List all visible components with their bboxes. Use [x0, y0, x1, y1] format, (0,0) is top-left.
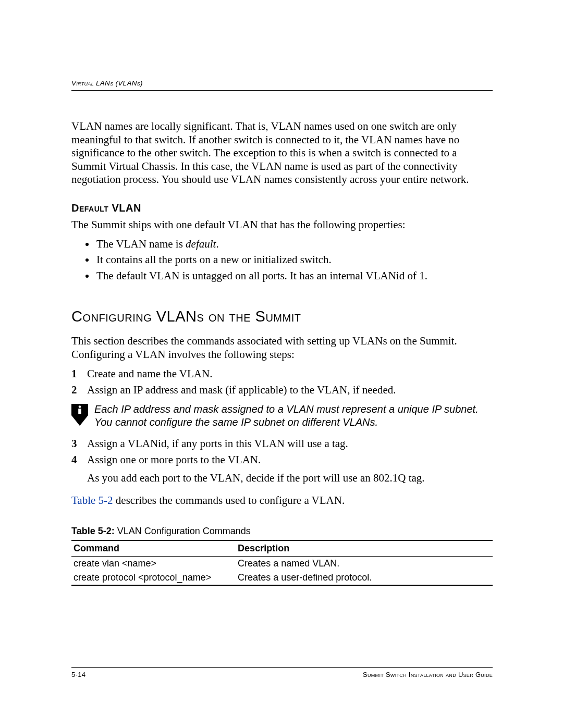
- vlan-commands-table: Command Description create vlan <name> C…: [71, 540, 493, 586]
- step-item: Create and name the VLAN.: [71, 367, 493, 380]
- step-item: Assign a VLANid, if any ports in this VL…: [71, 437, 493, 450]
- info-note: Each IP address and mask assigned to a V…: [71, 403, 493, 429]
- book-title: Summit Switch Installation and User Guid…: [363, 671, 493, 678]
- bullet-emphasis: default: [186, 238, 216, 250]
- table-caption-label: Table 5-2:: [71, 526, 115, 536]
- config-steps-continued: Assign a VLANid, if any ports in this VL…: [71, 437, 493, 466]
- svg-rect-2: [78, 409, 81, 414]
- info-icon: [71, 404, 88, 426]
- table-cell-description: Creates a named VLAN.: [236, 557, 493, 571]
- table-reference-paragraph: Table 5-2 describes the commands used to…: [71, 494, 493, 507]
- bullet-item: The default VLAN is untagged on all port…: [95, 268, 493, 283]
- table-reference-text: describes the commands used to configure…: [113, 494, 345, 507]
- table-caption: Table 5-2: VLAN Configuration Commands: [71, 526, 493, 537]
- table-header-description: Description: [236, 540, 493, 557]
- table-cell-command: create protocol <protocol_name>: [71, 571, 236, 585]
- table-cell-command: create vlan <name>: [71, 557, 236, 571]
- table-header-row: Command Description: [71, 540, 493, 557]
- page-number: 5-14: [71, 671, 85, 678]
- step-sub-text: As you add each port to the VLAN, decide…: [87, 472, 493, 485]
- svg-marker-3: [71, 415, 88, 426]
- page: Virtual LANs (VLANs) VLAN names are loca…: [0, 0, 563, 728]
- bullet-item: It contains all the ports on a new or in…: [95, 252, 493, 267]
- heading-default-vlan: Default VLAN: [71, 202, 493, 214]
- bullet-text: .: [216, 238, 218, 250]
- page-footer: 5-14 Summit Switch Installation and User…: [71, 667, 493, 678]
- table-header-command: Command: [71, 540, 236, 557]
- default-vlan-intro: The Summit ships with one default VLAN t…: [71, 218, 493, 231]
- step-item: Assign one or more ports to the VLAN.: [71, 453, 493, 466]
- running-header: Virtual LANs (VLANs): [71, 79, 493, 91]
- intro-paragraph: VLAN names are locally significant. That…: [71, 120, 493, 187]
- table-reference-link[interactable]: Table 5-2: [71, 494, 113, 507]
- table-caption-text: VLAN Configuration Commands: [115, 526, 251, 536]
- bullet-item: The VLAN name is default.: [95, 237, 493, 251]
- table-cell-description: Creates a user-defined protocol.: [236, 571, 493, 585]
- svg-point-1: [79, 405, 81, 408]
- heading-configuring-vlans: Configuring VLANs on the Summit: [71, 308, 493, 325]
- bullet-text: The VLAN name is: [96, 238, 186, 250]
- default-vlan-bullets: The VLAN name is default. It contains al…: [71, 237, 493, 283]
- config-intro-paragraph: This section describes the commands asso…: [71, 335, 493, 361]
- config-steps: Create and name the VLAN. Assign an IP a…: [71, 367, 493, 397]
- info-note-text: Each IP address and mask assigned to a V…: [94, 403, 493, 429]
- table-row: create protocol <protocol_name> Creates …: [71, 571, 493, 585]
- table-row: create vlan <name> Creates a named VLAN.: [71, 557, 493, 571]
- step-item: Assign an IP address and mask (if applic…: [71, 384, 493, 397]
